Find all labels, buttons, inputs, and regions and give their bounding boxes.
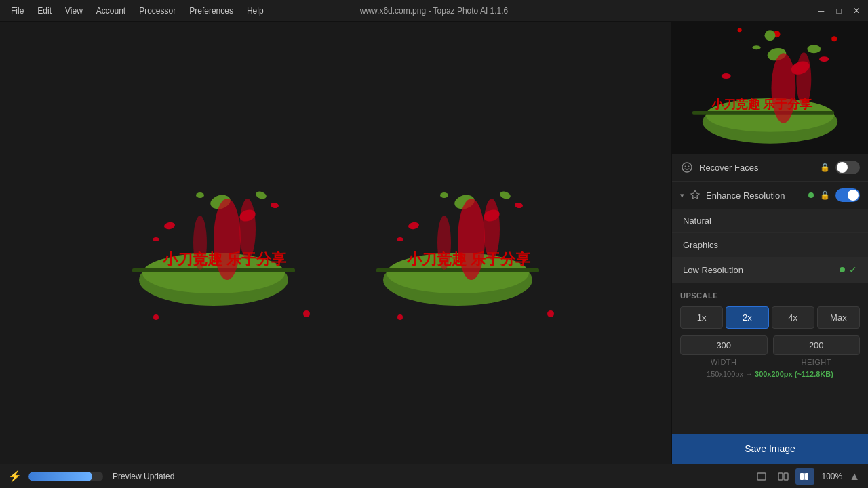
svg-point-9 (255, 190, 267, 201)
svg-point-48 (765, 30, 776, 41)
view-side-by-side-button[interactable] (795, 468, 814, 485)
svg-rect-54 (784, 473, 788, 480)
svg-point-49 (682, 163, 692, 172)
zoom-level: 100% (817, 472, 846, 481)
recover-faces-toggle[interactable] (835, 161, 860, 174)
svg-point-25 (499, 190, 511, 201)
svg-point-5 (163, 222, 175, 230)
height-field: HEIGHT (773, 336, 861, 366)
window-controls: ─ □ ✕ (815, 5, 863, 17)
size-original: 150x100px → (707, 370, 755, 378)
svg-point-38 (722, 73, 731, 79)
svg-point-51 (688, 166, 690, 167)
svg-point-4 (270, 202, 279, 209)
enhance-resolution-toggle[interactable] (835, 188, 860, 202)
svg-point-6 (153, 237, 159, 241)
upscale-max-button[interactable]: Max (817, 306, 860, 329)
recover-faces-label: Recover Faces (699, 163, 814, 173)
bottom-bar: ⚡ Preview Updated 100% ▲ (0, 464, 868, 488)
menu-view[interactable]: View (60, 3, 88, 18)
svg-point-30 (547, 310, 554, 317)
menu-edit[interactable]: Edit (32, 3, 57, 18)
images-container: 小刀竞趣 乐于分享 (112, 161, 559, 324)
svg-text:小刀竞趣 乐于分享: 小刀竞趣 乐于分享 (162, 251, 287, 268)
svg-point-50 (685, 166, 686, 167)
thumbnail-area: 小刀竞趣 乐于分享 (672, 22, 868, 154)
enhance-lock-icon: 🔒 (819, 190, 830, 201)
progress-bar-container (28, 472, 103, 481)
enhance-resolution-header[interactable]: ▾ Enhance Resolution 🔒 (672, 182, 868, 209)
svg-point-15 (153, 314, 159, 320)
close-button[interactable]: ✕ (850, 5, 863, 17)
svg-point-26 (458, 199, 485, 280)
svg-point-10 (214, 199, 241, 280)
svg-point-20 (514, 202, 523, 209)
svg-rect-18 (376, 268, 539, 272)
dimension-inputs-row: WIDTH HEIGHT (680, 336, 860, 366)
preview-status-label: Preview Updated (113, 472, 174, 481)
menu-processor[interactable]: Processor (134, 3, 181, 18)
svg-rect-2 (132, 268, 295, 272)
view-split-button[interactable] (774, 468, 793, 485)
svg-point-21 (408, 222, 419, 230)
svg-point-46 (831, 36, 837, 41)
upscale-2x-button[interactable]: 2x (726, 306, 768, 329)
recover-faces-lock-icon: 🔒 (819, 162, 830, 173)
check-icon: ✓ (849, 264, 857, 275)
svg-point-14 (303, 310, 310, 317)
upscale-buttons-group: 1x 2x 4x Max (680, 306, 860, 329)
enhance-resolution-label: Enhance Resolution (706, 190, 803, 201)
activity-icon[interactable]: ⚡ (8, 470, 22, 483)
progress-bar-fill (28, 472, 92, 481)
width-label: WIDTH (680, 358, 768, 366)
option-low-resolution-label: Low Resolution (683, 265, 840, 275)
window-title: www.x6d.com.png - Topaz Photo AI 1.1.6 (360, 6, 509, 16)
panel-controls: Recover Faces 🔒 ▾ Enhance Resolution 🔒 (672, 154, 868, 434)
svg-point-8 (196, 192, 204, 198)
maximize-button[interactable]: □ (833, 5, 845, 17)
option-graphics[interactable]: Graphics (672, 233, 868, 258)
svg-text:小刀竞趣 乐于分享: 小刀竞趣 乐于分享 (406, 251, 531, 268)
canvas-area: 小刀竞趣 乐于分享 (0, 22, 671, 464)
svg-rect-35 (692, 111, 834, 115)
save-image-button[interactable]: Save Image (672, 434, 868, 464)
menu-help[interactable]: Help (241, 3, 269, 18)
enhance-options-list: Natural Graphics Low Resolution ✓ (672, 209, 868, 283)
svg-point-37 (819, 56, 829, 62)
svg-rect-53 (778, 473, 783, 480)
zoom-up-button[interactable]: ▲ (849, 470, 860, 483)
svg-point-24 (440, 192, 448, 198)
height-input[interactable] (773, 336, 861, 355)
option-natural-label: Natural (683, 216, 857, 226)
svg-rect-55 (800, 473, 804, 480)
recover-faces-row: Recover Faces 🔒 (672, 154, 868, 182)
view-controls: 100% ▲ (752, 468, 860, 485)
upscale-4x-button[interactable]: 4x (772, 306, 814, 329)
right-panel: 小刀竞趣 乐于分享 (671, 22, 868, 464)
option-natural[interactable]: Natural (672, 209, 868, 233)
option-graphics-label: Graphics (683, 240, 857, 250)
main-layout: 小刀竞趣 乐于分享 (0, 22, 868, 464)
view-single-button[interactable] (752, 468, 771, 485)
svg-point-41 (807, 45, 821, 53)
enhance-resolution-section: ▾ Enhance Resolution 🔒 Natural (672, 182, 868, 283)
size-info-text: 150x100px → 300x200px (~112.8KB) (680, 370, 860, 378)
after-image: 小刀竞趣 乐于分享 (356, 161, 559, 324)
width-input[interactable] (680, 336, 768, 355)
svg-point-40 (753, 45, 761, 49)
upscale-1x-button[interactable]: 1x (680, 306, 723, 329)
upscale-section-label: UPSCALE (680, 291, 860, 300)
option-low-resolution[interactable]: Low Resolution ✓ (672, 258, 868, 283)
svg-rect-56 (805, 473, 808, 480)
svg-point-22 (397, 237, 403, 241)
menu-account[interactable]: Account (91, 3, 131, 18)
title-bar: File Edit View Account Processor Prefere… (0, 0, 868, 22)
svg-rect-52 (757, 473, 766, 480)
height-label: HEIGHT (773, 358, 861, 366)
size-new: 300x200px (~112.8KB) (755, 370, 833, 378)
menu-file[interactable]: File (5, 3, 29, 18)
menu-preferences[interactable]: Preferences (184, 3, 239, 18)
svg-text:小刀竞趣 乐于分享: 小刀竞趣 乐于分享 (711, 97, 812, 111)
face-icon (680, 161, 694, 174)
minimize-button[interactable]: ─ (815, 5, 827, 17)
